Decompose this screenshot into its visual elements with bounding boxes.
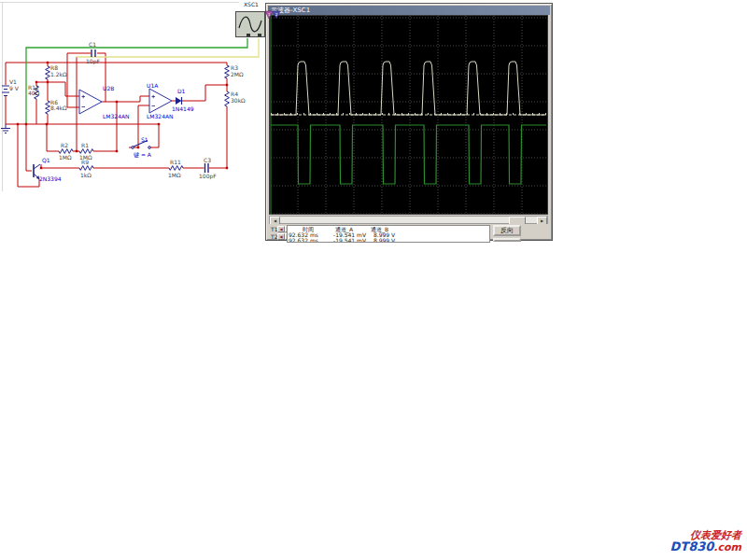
r6-val: 8.4kΩ (50, 105, 67, 111)
r9-ref: R9 (81, 159, 89, 165)
d1-ref: D1 (177, 88, 186, 94)
capacitor-c3-symbol[interactable] (205, 163, 209, 173)
app-canvas: V1 9 V R8 1.2kΩ R12 40Ω R6 8.4kΩ C1 10pF… (0, 0, 747, 560)
r1-ref: R1 (81, 142, 89, 148)
r8-val: 1.2kΩ (50, 71, 67, 77)
u2b-model: LM324AN (103, 113, 130, 119)
u2b-ref: U2B (103, 85, 114, 91)
partial-button[interactable] (493, 238, 521, 242)
scope-terminal-b[interactable] (258, 34, 261, 36)
watermark-brand-name: DT830 (669, 539, 713, 553)
r4-ref: R4 (231, 91, 238, 97)
c3-ref: C3 (204, 157, 211, 163)
scope-h-scrollbar[interactable]: ◀ ▶ (269, 216, 548, 224)
watermark-tld: .com (713, 541, 741, 553)
t2-left-button[interactable]: ◀ (277, 233, 285, 240)
d1-model: 1N4149 (172, 105, 194, 112)
probe-wire-green (26, 38, 247, 124)
battery-symbol[interactable] (2, 86, 9, 96)
opamp-u2b-symbol[interactable] (79, 90, 102, 114)
t2-channel-b: 8.999 V (374, 237, 395, 243)
opamp-u1a-symbol[interactable] (149, 89, 172, 113)
r3-ref: R3 (231, 64, 238, 71)
diode-d1-symbol[interactable] (176, 97, 182, 105)
q1-model: 2N3394 (39, 175, 62, 182)
invert-button[interactable]: 反向 (493, 225, 521, 236)
t1-left-button[interactable]: ◀ (277, 226, 285, 232)
r2-ref: R2 (61, 142, 68, 148)
u1a-ref: U1A (147, 82, 159, 89)
v1-val: 9 V (9, 85, 20, 91)
c1-val: 10pF (86, 58, 100, 65)
waveform-channel-a (271, 62, 546, 115)
measurement-table: 时间 通道_A 通道_B 92.632 ms -19.541 mV 8.999 … (287, 225, 490, 243)
waveform-channel-b (271, 125, 546, 184)
r8-ref: R8 (50, 64, 58, 71)
r2-val: 1MΩ (59, 154, 72, 161)
watermark-brand: DT830.com (669, 540, 741, 553)
r4-val: 30kΩ (231, 97, 246, 104)
t2-channel-a: -19.541 mV (333, 237, 366, 243)
r9-val: 1kΩ (80, 172, 92, 178)
c3-val: 100pF (199, 173, 217, 180)
r12-val: 40Ω (28, 90, 40, 96)
watermark: 仪表爱好者 DT830.com (669, 530, 741, 553)
oscilloscope-display: 1 2 (269, 15, 548, 215)
s1-key: 键 = A (134, 151, 152, 159)
oscilloscope-instrument-icon[interactable] (235, 11, 265, 37)
red-wires (6, 53, 227, 187)
r11-val: 1MΩ (168, 172, 181, 178)
instrument-ref-label: XSC1 (244, 1, 259, 7)
u1a-model: LM324AN (147, 113, 174, 119)
r11-ref: R11 (170, 159, 181, 165)
c1-ref: C1 (89, 41, 96, 48)
scope-terminal-a[interactable] (247, 34, 250, 36)
capacitor-c1-symbol[interactable] (92, 49, 95, 57)
r3-val: 2MΩ (231, 71, 244, 77)
scope-cursor-markers[interactable]: 1 2 (264, 10, 285, 21)
t2-time: 92.632 ms (289, 237, 318, 243)
s1-ref: S1 (141, 136, 148, 143)
oscilloscope-titlebar[interactable]: 示波器-XSC1 (268, 6, 550, 15)
scope-measurement-panel: T1 ◀ ▶ T2 ◀ ▶ 时间 通道_A 通道_B 92.632 ms -19… (269, 224, 549, 239)
v1-ref: V1 (9, 78, 17, 85)
q1-ref: Q1 (42, 157, 50, 163)
oscilloscope-window: 示波器-XSC1 1 2 ◀ ▶ T1 ◀ ▶ T2 ◀ ▶ 时间 (265, 3, 553, 241)
